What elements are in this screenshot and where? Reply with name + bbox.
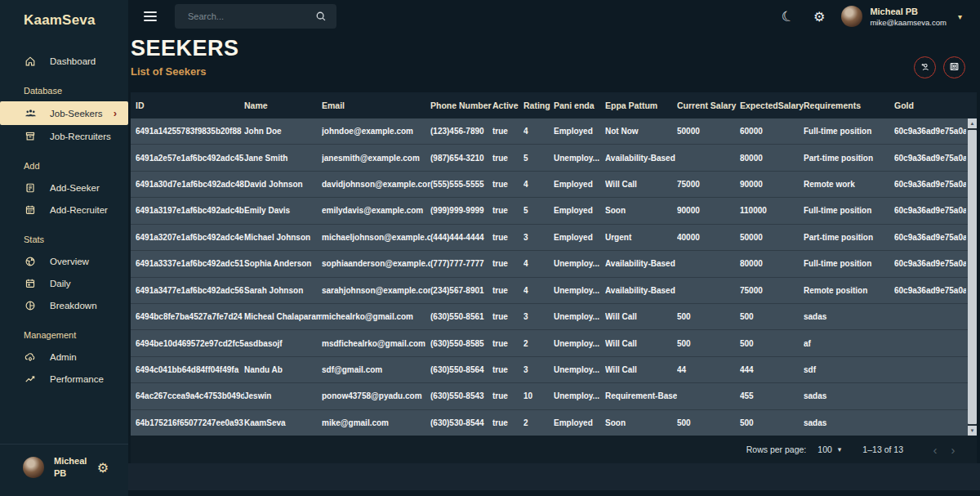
app-logo[interactable]: KaamSeva [0,0,128,29]
table-cell: 500 [677,339,740,348]
table-row[interactable]: 6494c041bb64d84ff04f49faNandu Absdf@gmai… [131,357,977,383]
table-row[interactable]: 6491a3207e1af6bc492adc4eMichael Johnsonm… [131,225,977,251]
column-header-pani-enda[interactable]: Pani enda [554,101,605,110]
table-row[interactable]: 64ac267ccea9a4c4753b049dJeswinponow43758… [131,383,977,409]
sidebar-user-footer[interactable]: Micheal PB ⚙ [0,444,128,496]
table-cell: 455 [740,391,804,400]
sidebar-item-performance[interactable]: Performance [0,368,128,390]
table-cell: 75000 [677,180,740,189]
add-seeker-button[interactable] [914,56,936,78]
table-cell: 6494bc8fe7ba4527a7fe7d24 [136,312,244,321]
table-cell: 6491a14255783f9835b20f88 [136,127,244,136]
column-header-eppa-pattum[interactable]: Eppa Pattum [605,101,677,110]
table-row[interactable]: 6491a3197e1af6bc492adc4bEmily Davisemily… [131,198,977,224]
search-icon[interactable] [315,11,327,22]
table-row[interactable]: 6491a30d7e1af6bc492adc48David Johnsondav… [131,172,977,198]
table-cell: 60c9a36ad9e75a0a... [894,127,966,136]
table-cell: sarahjohnson@example.com [322,286,430,295]
table-cell: 60c9a36ad9e75a0a... [894,286,966,295]
rows-per-page-label: Rows per page: [746,445,807,454]
column-header-requirements[interactable]: Requirements [804,101,894,110]
people-group-icon [24,107,37,120]
table-cell: Unemploy... [554,365,605,374]
table-cell: John Doe [244,127,322,136]
table-cell: Unemploy... [554,154,605,163]
table-cell: 500 [740,418,804,427]
table-cell: 6491a3207e1af6bc492adc4e [136,233,244,242]
page-subtitle: List of Seekers [131,65,239,78]
table-row[interactable]: 64b175216f65077247ee0a93KaamSevamike@gma… [131,410,977,436]
moon-icon[interactable]: ☾ [780,8,796,25]
sidebar-section-database: Database [24,86,128,96]
table-cell: 64ac267ccea9a4c4753b049d [136,391,244,400]
scroll-up-icon[interactable]: ▲ [968,118,977,128]
table-cell: (987)654-3210 [430,154,492,163]
table-cell: (630)550-8543 [430,391,492,400]
scrollbar-thumb[interactable] [968,130,977,424]
rows-per-page-select[interactable]: 100 ▾ [817,445,841,454]
column-header-current-salary[interactable]: Current Salary [677,101,740,110]
column-header-phone[interactable]: Phone Number [430,101,492,110]
table-row[interactable]: 6491a3477e1af6bc492adc56Sarah Johnsonsar… [131,278,977,304]
table-cell: Availability-Based [605,259,677,268]
table-cell: Unemploy... [554,286,605,295]
column-header-active[interactable]: Active [492,101,523,110]
table-cell: Part-time position [804,154,894,163]
table-cell: Will Call [605,312,677,321]
sidebar-item-job-seekers[interactable]: Job-Seekers › [0,101,128,125]
previous-page-button[interactable]: ‹ [926,443,944,457]
table-cell: 10 [523,391,554,400]
table-cell: Employed [554,180,605,189]
sidebar-item-dashboard[interactable]: Dashboard [0,50,128,72]
table-cell: 6494be10d469572e97cd2fc5 [136,339,244,348]
sidebar-item-job-recruiters[interactable]: Job-Recruiters [0,125,128,147]
column-header-expected-salary[interactable]: ExpectedSalary [740,101,804,110]
sidebar-item-daily[interactable]: Daily [0,272,128,294]
table-cell: 50000 [677,127,740,136]
table-cell: 4 [523,259,554,268]
id-card-button[interactable] [943,56,965,78]
sidebar-item-add-seeker[interactable]: Add-Seeker [0,177,128,199]
table-row[interactable]: 6491a3337e1af6bc492adc51Sophia Andersons… [131,251,977,277]
column-header-id[interactable]: ID [136,101,244,110]
sidebar-item-label: Overview [50,257,89,266]
topbar-right: ☾ ⚙ Micheal PB mike@kaamseva.com ▾ [782,6,962,27]
table-cell: 60c9a36ad9e75a0a... [894,180,966,189]
gear-icon[interactable]: ⚙ [97,460,109,476]
table-row[interactable]: 6494be10d469572e97cd2fc5asdbasojfmsdfich… [131,330,977,356]
column-header-email[interactable]: Email [322,101,430,110]
sidebar-item-label: Job-Recruiters [50,132,111,141]
search-input[interactable] [188,11,315,21]
sidebar-item-breakdown[interactable]: Breakdown [0,294,128,316]
table-cell: 60000 [740,127,804,136]
column-header-name[interactable]: Name [244,101,322,110]
user-menu[interactable]: Micheal PB mike@kaamseva.com [870,7,947,27]
table-cell: davidjohnson@example.com [322,180,430,189]
gear-icon[interactable]: ⚙ [813,9,825,25]
hamburger-menu-icon[interactable] [144,11,157,21]
archive-icon [24,130,37,143]
table-cell: Employed [554,233,605,242]
sidebar-item-add-recruiter[interactable]: Add-Recruiter [0,199,128,221]
table-cell: (123)456-7890 [430,127,492,136]
avatar[interactable] [841,6,862,27]
column-header-gold[interactable]: Gold [894,101,966,110]
table-cell: (630)550-8564 [430,365,492,374]
scroll-down-icon[interactable]: ▼ [968,426,977,436]
sidebar-section-add: Add [24,161,128,171]
sidebar: KaamSeva Dashboard Database Job-Seekers … [0,0,128,496]
table-cell: true [492,391,523,400]
table-row[interactable]: 6494bc8fe7ba4527a7fe7d24Micheal Chalapar… [131,304,977,330]
vertical-scrollbar[interactable]: ▲ ▼ [968,118,977,436]
next-page-button[interactable]: › [944,443,962,457]
column-header-rating[interactable]: Rating [523,101,554,110]
table-cell: Soon [605,418,677,427]
chevron-down-icon[interactable]: ▾ [958,12,962,21]
sidebar-item-overview[interactable]: Overview [0,250,128,272]
table-cell: Jeswin [244,391,322,400]
table-cell: Employed [554,418,605,427]
table-row[interactable]: 6491a2e57e1af6bc492adc45Jane Smithjanesm… [131,145,977,171]
table-row[interactable]: 6491a14255783f9835b20f88John Doejohndoe@… [131,118,977,145]
table-cell: (630)550-8561 [430,312,492,321]
sidebar-item-admin[interactable]: Admin [0,346,128,368]
